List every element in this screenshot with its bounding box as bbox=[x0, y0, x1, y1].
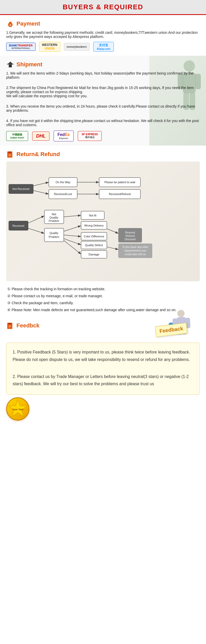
svg-text:✓: ✓ bbox=[8, 325, 11, 328]
feedback-content: 1. Positive Feedback (5 Stars) is very i… bbox=[6, 343, 200, 395]
svg-text:Refund: Refund bbox=[126, 234, 135, 237]
chinapost-logo: 中国邮政 CHINA POST bbox=[6, 131, 28, 141]
svg-text:$: $ bbox=[10, 24, 11, 26]
dhl-logo: DHL bbox=[32, 132, 49, 141]
quality-label: Quality bbox=[49, 231, 58, 235]
shipment-point-1: 1. We will sent the items within 2-5days… bbox=[6, 71, 200, 79]
color-diff-label: Color Difference bbox=[84, 235, 104, 238]
not-fit-label: Not fit bbox=[89, 214, 97, 217]
arrow-nr-bottom bbox=[33, 190, 49, 194]
arrow-qp-qd bbox=[64, 239, 81, 245]
arrow-qp-dmg bbox=[64, 240, 81, 254]
payment-section: $ Payment 1.Generally, we accept the fol… bbox=[0, 15, 206, 56]
payment-icon: $ bbox=[6, 20, 14, 28]
please-wait-label: Please be patient to wait bbox=[104, 181, 135, 184]
arrow-nr-top bbox=[33, 182, 49, 186]
feedback-point-2: 2. Please contact us by Trade Manager or… bbox=[13, 373, 193, 388]
arrow-nq-nf bbox=[64, 215, 81, 217]
damage-label: Damage bbox=[89, 253, 99, 256]
svg-text:Your Text: Your Text bbox=[12, 408, 23, 411]
svg-text:↩: ↩ bbox=[9, 154, 11, 157]
svg-text:could also tell us: could also tell us bbox=[125, 253, 146, 256]
gold-badge: Your Text bbox=[6, 397, 200, 421]
shipping-logos: 中国邮政 CHINA POST DHL FedEx Express SF EXP… bbox=[6, 131, 200, 141]
shipment-content: Shipment 1. We will sent the items withi… bbox=[6, 60, 200, 141]
note-2: ② Please contact us by meesage, e-mail, … bbox=[6, 293, 200, 299]
svg-text:If you have any else: If you have any else bbox=[123, 245, 148, 248]
svg-rect-11 bbox=[8, 151, 11, 153]
svg-rect-9 bbox=[7, 64, 14, 65]
note-1: ① Please check the tracking in formation… bbox=[6, 286, 200, 292]
bank-transfer-logo: BANKTRANSFER INTERNATIONAL bbox=[6, 43, 36, 51]
badge-star: Your Text bbox=[6, 397, 29, 421]
feedback-point-1: 1. Positive Feedback (5 Stars) is very i… bbox=[13, 349, 193, 364]
feedback-label: Feedback bbox=[159, 326, 183, 334]
arrow-qp-cd bbox=[64, 235, 81, 237]
flowchart-area: Not Received On the Way Please be patien… bbox=[6, 162, 200, 281]
on-the-way-label: On the Way bbox=[56, 181, 71, 184]
feedback-icon: ✓ bbox=[6, 321, 14, 330]
svg-text:Problem: Problem bbox=[49, 235, 59, 238]
shipment-point-2: 2.The shipment by China Post Registered … bbox=[6, 86, 200, 98]
svg-point-25 bbox=[177, 310, 185, 317]
shipment-point-3: 3. When you receive the items you ordere… bbox=[6, 104, 200, 112]
shipment-icon bbox=[6, 60, 14, 69]
svg-text:Quality: Quality bbox=[49, 216, 58, 219]
page-header: BUYERS & REQUIRED bbox=[0, 0, 206, 15]
alipay-logo: 支付宝 Alipay.com bbox=[93, 42, 114, 52]
feedback-section: ✓ Feedbck bbox=[0, 317, 206, 423]
western-union-logo: WESTERN UNION bbox=[39, 42, 60, 52]
note-3: ③ Check the package and Item, carefully. bbox=[6, 300, 200, 306]
svg-point-1 bbox=[9, 22, 12, 24]
shipment-title: Shipment bbox=[6, 60, 200, 69]
svg-text:Discount: Discount bbox=[125, 238, 136, 241]
moneybookers-logo: moneybookers bbox=[64, 43, 90, 51]
received-label: Received bbox=[12, 224, 24, 227]
return-heading: Return& Refund bbox=[16, 151, 60, 158]
received-lost-label: Received/Lost bbox=[54, 192, 72, 196]
received-refund-label: Received/Refund bbox=[109, 192, 131, 196]
svg-text:Problem: Problem bbox=[49, 219, 59, 222]
page-title: BUYERS & REQUIRED bbox=[0, 3, 206, 11]
payment-title: $ Payment bbox=[6, 20, 200, 28]
shipment-point-4: 4. If you have not got it within the shi… bbox=[6, 119, 200, 127]
shipment-section: Shipment 1. We will sent the items withi… bbox=[0, 56, 206, 146]
payment-description: 1.Generally, we accept the following pay… bbox=[6, 30, 200, 39]
sf-logo: SF EXPRESS 顺丰速运 bbox=[78, 131, 102, 141]
arrow-qp-wd bbox=[64, 226, 81, 231]
return-notes: ① Please check the tracking in formation… bbox=[6, 284, 200, 313]
arrow-rec-nq bbox=[28, 216, 44, 223]
arrow-rec-qp bbox=[28, 228, 44, 234]
return-icon: ↩ bbox=[6, 150, 14, 158]
resend-label1: Resend bbox=[125, 231, 135, 234]
arrow-to-else bbox=[107, 247, 118, 249]
payment-heading: Payment bbox=[16, 20, 40, 27]
svg-rect-23 bbox=[8, 323, 11, 324]
return-refund-section: ↩ Return& Refund Not Received On the Way bbox=[0, 146, 206, 317]
shipment-heading: Shipment bbox=[16, 61, 42, 68]
quality-problem-box bbox=[44, 228, 64, 242]
feedback-card: Feedback bbox=[155, 324, 187, 336]
flowchart-svg: Not Received On the Way Please be patien… bbox=[6, 162, 200, 280]
svg-text:requirements you: requirements you bbox=[124, 249, 146, 252]
not-quality-label: Not bbox=[52, 213, 56, 216]
quality-defect-label: Quality Defect bbox=[85, 244, 103, 247]
payment-logos: BANKTRANSFER INTERNATIONAL WESTERN UNION… bbox=[6, 42, 200, 52]
fedex-logo: FedEx Express bbox=[54, 131, 74, 141]
return-title: ↩ Return& Refund bbox=[6, 150, 200, 158]
arrow-to-resend bbox=[107, 229, 118, 234]
not-received-label: Not Received bbox=[12, 187, 29, 190]
wrong-delivery-label: Wrong Delivery bbox=[84, 224, 104, 227]
feedback-heading: Feedbck bbox=[16, 322, 39, 329]
